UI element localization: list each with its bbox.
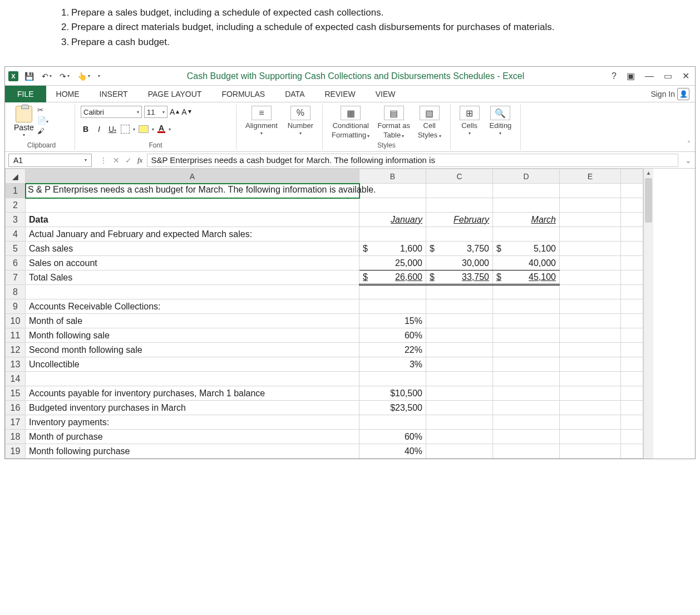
save-icon[interactable]: 💾 xyxy=(23,72,36,81)
cell-B11[interactable]: 60% xyxy=(359,328,426,343)
cell-B13[interactable]: 3% xyxy=(359,357,426,372)
close-button[interactable]: ✕ xyxy=(680,71,692,81)
row-16-header[interactable]: 16 xyxy=(6,401,26,415)
font-name-combo[interactable]: Calibri▾ xyxy=(81,106,142,118)
editing-button[interactable]: 🔍 Editing▾ xyxy=(486,106,515,136)
insert-function-button[interactable]: fx xyxy=(137,156,142,165)
font-size-combo[interactable]: 11▾ xyxy=(144,106,167,118)
formula-menu-icon[interactable]: ⋮ xyxy=(100,156,107,165)
cell-B19[interactable]: 40% xyxy=(359,444,426,459)
col-D-header[interactable]: D xyxy=(493,169,560,184)
row-3-header[interactable]: 3 xyxy=(6,213,26,227)
tab-review[interactable]: REVIEW xyxy=(314,86,365,102)
vertical-scrollbar[interactable]: ▲ xyxy=(643,169,653,459)
cell-A11[interactable]: Month following sale xyxy=(26,328,359,343)
row-2-header[interactable]: 2 xyxy=(6,198,26,213)
conditional-formatting-button[interactable]: ▦ Conditional Formatting ▾ xyxy=(328,106,373,139)
sign-in-button[interactable]: Sign In 👤 xyxy=(645,88,695,100)
row-13-header[interactable]: 13 xyxy=(6,357,26,372)
row-5-header[interactable]: 5 xyxy=(6,242,26,256)
cell-B10[interactable]: 15% xyxy=(359,314,426,328)
tab-data[interactable]: DATA xyxy=(275,86,314,102)
cell-D1[interactable] xyxy=(493,184,560,198)
paste-button[interactable]: Paste ▾ xyxy=(14,106,34,137)
touch-mode-button[interactable]: 👆▾ xyxy=(76,72,92,81)
enter-formula-button[interactable]: ✓ xyxy=(125,156,132,165)
tab-file[interactable]: FILE xyxy=(5,86,46,102)
cell-A15[interactable]: Accounts payable for inventory purchases… xyxy=(26,386,359,401)
cut-button[interactable]: ✂ xyxy=(37,106,48,114)
row-11-header[interactable]: 11 xyxy=(6,328,26,343)
row-7-header[interactable]: 7 xyxy=(6,270,26,285)
row-10-header[interactable]: 10 xyxy=(6,314,26,328)
redo-button[interactable]: ↷▾ xyxy=(58,72,71,81)
cell-D5[interactable]: $5,100 xyxy=(493,242,560,256)
cells-button[interactable]: ⊞ Cells▾ xyxy=(456,106,483,136)
row-14-header[interactable]: 14 xyxy=(6,372,26,386)
fill-color-button[interactable] xyxy=(139,125,149,133)
col-E-header[interactable]: E xyxy=(560,169,621,184)
qat-customize-button[interactable]: ▾ xyxy=(96,73,102,78)
col-A-header[interactable]: A xyxy=(26,169,359,184)
cell-E1[interactable] xyxy=(560,184,621,198)
cell-A3[interactable]: Data xyxy=(26,213,359,227)
cell-B12[interactable]: 22% xyxy=(359,343,426,357)
tab-insert[interactable]: INSERT xyxy=(90,86,138,102)
cell-B5[interactable]: $1,600 xyxy=(359,242,426,256)
number-button[interactable]: % Number▾ xyxy=(284,106,317,136)
restore-button[interactable]: ▭ xyxy=(662,71,674,81)
row-4-header[interactable]: 4 xyxy=(6,227,26,242)
scroll-up-icon[interactable]: ▲ xyxy=(645,169,653,177)
grow-font-button[interactable]: A▴ xyxy=(170,107,179,116)
cell-A18[interactable]: Month of purchase xyxy=(26,430,359,444)
tab-home[interactable]: HOME xyxy=(46,86,90,102)
formula-bar[interactable]: S&P Enterprises needs a cash budget for … xyxy=(147,154,678,167)
cell-A13[interactable]: Uncollectible xyxy=(26,357,359,372)
cell-A19[interactable]: Month following purchase xyxy=(26,444,359,459)
copy-button[interactable]: 📄▾ xyxy=(37,116,48,125)
cell-A4[interactable]: Actual January and February and expected… xyxy=(26,227,359,242)
row-18-header[interactable]: 18 xyxy=(6,430,26,444)
cell-B16[interactable]: $23,500 xyxy=(359,401,426,415)
tab-formulas[interactable]: FORMULAS xyxy=(211,86,275,102)
cell-B18[interactable]: 60% xyxy=(359,430,426,444)
cell-C6[interactable]: 30,000 xyxy=(426,256,493,270)
row-6-header[interactable]: 6 xyxy=(6,256,26,270)
format-as-table-button[interactable]: ▤ Format as Table ▾ xyxy=(374,106,413,139)
undo-button[interactable]: ↶▾ xyxy=(40,72,53,81)
cell-A1[interactable]: S & P Enterprises needs a cash budget fo… xyxy=(26,184,359,198)
expand-formula-bar-button[interactable]: ⌄ xyxy=(682,156,695,165)
font-color-button[interactable]: A xyxy=(157,125,165,133)
row-19-header[interactable]: 19 xyxy=(6,444,26,459)
row-17-header[interactable]: 17 xyxy=(6,415,26,430)
cell-B7[interactable]: $26,600 xyxy=(359,270,426,285)
cell-B15[interactable]: $10,500 xyxy=(359,386,426,401)
shrink-font-button[interactable]: A▾ xyxy=(181,107,191,116)
borders-button[interactable] xyxy=(121,125,130,134)
cell-A9[interactable]: Accounts Receivable Collections: xyxy=(26,299,359,314)
ribbon-options-button[interactable]: ▣ xyxy=(624,71,637,81)
cell-A6[interactable]: Sales on account xyxy=(26,256,359,270)
select-all-corner[interactable]: ◢ xyxy=(6,169,26,184)
col-B-header[interactable]: B xyxy=(359,169,426,184)
italic-button[interactable]: I xyxy=(94,125,104,134)
underline-button[interactable]: U▾ xyxy=(107,125,117,134)
collapse-ribbon-button[interactable]: ˄ xyxy=(687,140,691,148)
cell-D7[interactable]: $45,100 xyxy=(493,270,560,285)
cell-C1[interactable] xyxy=(426,184,493,198)
tab-page-layout[interactable]: PAGE LAYOUT xyxy=(138,86,212,102)
row-1-header[interactable]: 1 xyxy=(6,184,26,198)
cell-D6[interactable]: 40,000 xyxy=(493,256,560,270)
scroll-thumb[interactable] xyxy=(645,178,652,223)
col-F-header[interactable] xyxy=(621,169,643,184)
minimize-button[interactable]: — xyxy=(643,71,656,81)
col-C-header[interactable]: C xyxy=(426,169,493,184)
cell-B3[interactable]: January xyxy=(359,213,426,227)
cell-A10[interactable]: Month of sale xyxy=(26,314,359,328)
cell-A17[interactable]: Inventory payments: xyxy=(26,415,359,430)
help-button[interactable]: ? xyxy=(609,71,619,81)
cell-A12[interactable]: Second month following sale xyxy=(26,343,359,357)
cell-A7[interactable]: Total Sales xyxy=(26,270,359,285)
row-8-header[interactable]: 8 xyxy=(6,285,26,299)
row-15-header[interactable]: 15 xyxy=(6,386,26,401)
